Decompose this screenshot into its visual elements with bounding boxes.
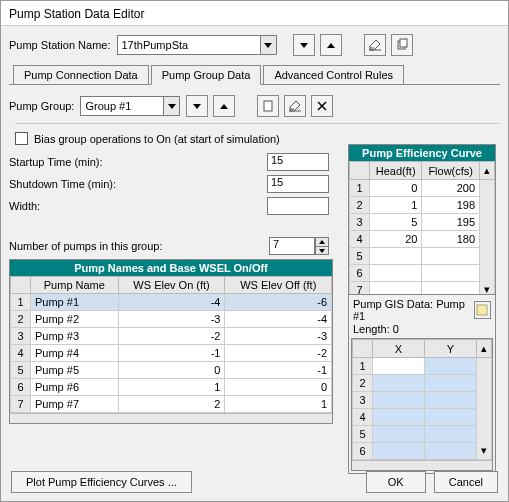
startup-label: Startup Time (min):	[9, 156, 103, 168]
table-row: 3	[353, 392, 373, 409]
move-up-button[interactable]	[320, 34, 342, 56]
bias-checkbox[interactable]	[15, 132, 28, 145]
eff-scroll-down[interactable]: ▾	[480, 180, 495, 299]
gis-hscrollbar[interactable]	[352, 460, 492, 470]
table-row: 5	[353, 426, 373, 443]
pump-group-value: Group #1	[85, 100, 131, 112]
gis-scroll-up[interactable]: ▴	[477, 340, 492, 358]
gis-scroll-down[interactable]: ▾	[477, 358, 492, 460]
station-name-select[interactable]: 17thPumpSta	[117, 35, 277, 55]
tab-connection[interactable]: Pump Connection Data	[13, 65, 149, 85]
gis-col-x: X	[373, 340, 425, 358]
tab-rules[interactable]: Advanced Control Rules	[263, 65, 404, 85]
numpumps-down[interactable]	[315, 246, 329, 255]
eff-col-head: Head(ft)	[370, 162, 422, 180]
table-row: 4	[353, 409, 373, 426]
gis-panel: Pump GIS Data: Pump #1 Length: 0 X Y ▴ 1…	[348, 294, 496, 474]
gis-length: Length: 0	[351, 323, 493, 338]
eff-scroll-up[interactable]: ▴	[480, 162, 495, 180]
group-move-down-button[interactable]	[186, 95, 208, 117]
table-row: 6	[353, 443, 373, 460]
efficiency-table[interactable]: Pump Efficiency Curve Head(ft) Flow(cfs)…	[348, 144, 496, 300]
numpumps-spinner[interactable]: 7	[269, 237, 329, 255]
station-name-label: Pump Station Name:	[9, 39, 111, 51]
gis-title: Pump GIS Data: Pump #1	[353, 298, 474, 322]
pump-group-select[interactable]: Group #1	[80, 96, 180, 116]
eff-col-flow: Flow(cfs)	[422, 162, 480, 180]
move-down-button[interactable]	[293, 34, 315, 56]
table-row: 1	[353, 358, 373, 375]
numpumps-value[interactable]: 7	[269, 237, 315, 255]
shutdown-label: Shutdown Time (min):	[9, 178, 116, 190]
cancel-button[interactable]: Cancel	[434, 471, 498, 493]
plot-curves-button[interactable]: Plot Pump Efficiency Curves ...	[11, 471, 192, 493]
new-group-icon[interactable]	[257, 95, 279, 117]
svg-rect-1	[400, 39, 407, 47]
pumps-col-name: Pump Name	[31, 277, 119, 294]
rename-icon[interactable]	[364, 34, 386, 56]
svg-rect-3	[477, 305, 487, 315]
copy-icon[interactable]	[391, 34, 413, 56]
width-input[interactable]	[267, 197, 329, 215]
group-move-up-button[interactable]	[213, 95, 235, 117]
startup-input[interactable]: 15	[267, 153, 329, 171]
tab-bar: Pump Connection Data Pump Group Data Adv…	[9, 64, 500, 85]
svg-rect-2	[264, 101, 272, 111]
bias-label: Bias group operations to On (at start of…	[34, 133, 280, 145]
shutdown-input[interactable]: 15	[267, 175, 329, 193]
width-label: Width:	[9, 200, 40, 212]
pumps-table[interactable]: Pump Names and Base WSEL On/Off Pump Nam…	[9, 259, 333, 424]
pumps-col-on: WS Elev On (ft)	[118, 277, 225, 294]
ok-button[interactable]: OK	[366, 471, 426, 493]
rename-group-icon[interactable]	[284, 95, 306, 117]
pump-group-label: Pump Group:	[9, 100, 74, 112]
gis-col-y: Y	[425, 340, 477, 358]
delete-group-icon[interactable]	[311, 95, 333, 117]
dialog-window: Pump Station Data Editor Pump Station Na…	[0, 0, 509, 502]
table-row: 2	[353, 375, 373, 392]
gis-table-icon[interactable]	[474, 301, 491, 319]
pumps-col-off: WS Elev Off (ft)	[225, 277, 332, 294]
pump-group-dropdown-button[interactable]	[163, 97, 179, 115]
efficiency-title: Pump Efficiency Curve	[349, 145, 495, 161]
numpumps-up[interactable]	[315, 237, 329, 246]
station-name-dropdown-button[interactable]	[260, 36, 276, 54]
numpumps-label: Number of pumps in this group:	[9, 240, 162, 252]
tab-group[interactable]: Pump Group Data	[151, 65, 262, 85]
station-name-value: 17thPumpSta	[122, 39, 189, 51]
pumps-table-title: Pump Names and Base WSEL On/Off	[10, 260, 332, 276]
pumps-hscrollbar[interactable]	[10, 413, 332, 423]
window-title: Pump Station Data Editor	[1, 1, 508, 26]
